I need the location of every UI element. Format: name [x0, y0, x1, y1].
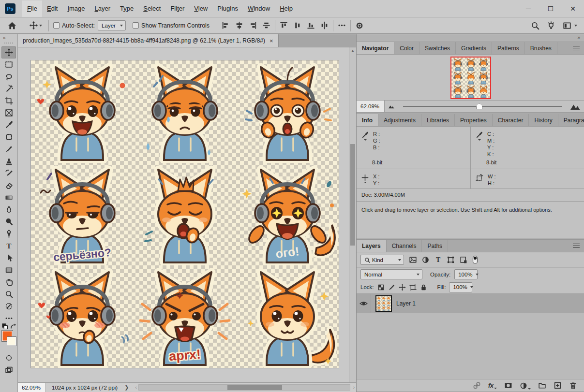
tab-navigator[interactable]: Navigator [357, 42, 394, 54]
link-icon[interactable] [473, 381, 481, 390]
align-right-icon[interactable] [249, 21, 257, 29]
menu-layer[interactable]: Layer [90, 0, 116, 17]
eyedropper-tool[interactable] [1, 119, 16, 131]
tab-properties[interactable]: Properties [455, 114, 493, 126]
dodge-tool[interactable] [1, 216, 16, 228]
type-tool[interactable]: T [1, 240, 16, 252]
blur-tool[interactable] [1, 203, 16, 216]
mask-brush-tool[interactable] [1, 300, 16, 312]
menu-view[interactable]: View [189, 0, 212, 17]
home-button[interactable] [6, 21, 18, 30]
navigator-zoom-field[interactable]: 62.09% [357, 101, 385, 112]
fill-dropdown[interactable]: 100% [449, 282, 472, 292]
filter-image-icon[interactable] [409, 256, 417, 264]
history-brush-tool[interactable] [1, 167, 16, 179]
minimize-button[interactable]: ─ [517, 0, 539, 17]
lasso-tool[interactable] [1, 71, 16, 83]
scroll-up-icon[interactable]: ▲ [349, 47, 356, 54]
brush-tool[interactable] [1, 143, 16, 155]
rectangle-tool[interactable] [1, 264, 16, 276]
chevron-down-icon[interactable] [574, 25, 577, 27]
clone-stamp-tool[interactable] [1, 155, 16, 167]
menu-type[interactable]: Type [115, 0, 138, 17]
lock-artboard-icon[interactable] [409, 284, 417, 291]
vertical-scroll-thumb[interactable] [350, 144, 355, 246]
workspace-icon[interactable] [563, 21, 571, 30]
filter-toggle-switch[interactable] [472, 255, 479, 264]
layer-thumbnail[interactable] [375, 295, 392, 312]
panel-menu-icon[interactable] [569, 243, 584, 249]
zoom-in-mountains-icon[interactable] [570, 103, 581, 110]
zoom-slider-thumb[interactable] [476, 103, 482, 109]
scroll-left-icon[interactable]: ‹ [134, 385, 138, 390]
menu-select[interactable]: Select [138, 0, 165, 17]
canvas[interactable]: серьёзно? [31, 60, 339, 368]
search-icon[interactable] [531, 21, 539, 30]
close-button[interactable]: ✕ [562, 0, 584, 17]
menu-plugins[interactable]: Plugins [212, 0, 243, 17]
navigator-zoom-slider[interactable] [403, 101, 562, 112]
layer-visibility-toggle[interactable] [357, 294, 371, 313]
tab-info[interactable]: Info [357, 114, 378, 126]
tab-adjustments[interactable]: Adjustments [378, 114, 421, 126]
tab-brushes[interactable]: Brushes [525, 42, 557, 54]
filter-shape-icon[interactable] [447, 256, 455, 264]
layer-style-button[interactable]: fx [488, 382, 497, 389]
layer-row-selected[interactable]: Layer 1 [357, 294, 584, 313]
auto-select-target-dropdown[interactable]: Layer [98, 20, 126, 30]
scroll-right-icon[interactable]: › [352, 385, 356, 390]
distribute-horizontal-icon[interactable] [320, 21, 329, 29]
zoom-level-field[interactable]: 62.09% [18, 383, 46, 392]
filter-adjustment-icon[interactable] [421, 256, 430, 264]
horizontal-scroll-thumb[interactable] [227, 385, 282, 390]
swap-colors-icon[interactable] [1, 323, 16, 330]
screen-mode-button[interactable] [1, 364, 16, 376]
background-color-swatch[interactable] [7, 336, 16, 346]
frame-tool[interactable] [1, 107, 16, 119]
horizontal-scrollbar[interactable] [138, 384, 350, 391]
tab-libraries[interactable]: Libraries [421, 114, 455, 126]
lock-position-icon[interactable] [399, 284, 406, 291]
rect-marquee-tool[interactable] [1, 58, 16, 71]
align-top-icon[interactable] [280, 21, 288, 29]
menu-edit[interactable]: Edit [42, 0, 62, 17]
lock-transparency-icon[interactable] [377, 284, 385, 291]
delete-layer-icon[interactable] [569, 381, 577, 390]
lock-pixels-icon[interactable] [388, 284, 395, 291]
align-middle-icon[interactable] [262, 21, 270, 29]
tools-grip-handle[interactable] [4, 43, 13, 44]
show-transform-checkbox[interactable] [133, 22, 139, 29]
align-bottom-icon[interactable] [307, 21, 315, 29]
zoom-tool[interactable] [1, 288, 16, 300]
lock-all-icon[interactable] [420, 284, 427, 291]
tab-gradients[interactable]: Gradients [456, 42, 492, 54]
quick-mask-button[interactable] [1, 352, 16, 364]
group-folder-icon[interactable] [538, 381, 546, 390]
new-layer-icon[interactable] [554, 381, 562, 390]
align-left-icon[interactable] [222, 21, 230, 29]
layer-mask-icon[interactable] [504, 382, 512, 389]
auto-select-checkbox[interactable] [53, 22, 60, 29]
vertical-scrollbar[interactable]: ▲ [349, 47, 356, 382]
maximize-button[interactable]: ☐ [539, 0, 562, 17]
tab-history[interactable]: History [529, 114, 558, 126]
opacity-dropdown[interactable]: 100% [454, 269, 478, 279]
tab-color[interactable]: Color [394, 42, 419, 54]
align-center-horizontal-icon[interactable] [235, 21, 243, 29]
tab-swatches[interactable]: Swatches [419, 42, 456, 54]
tab-layers[interactable]: Layers [357, 240, 387, 252]
menu-filter[interactable]: Filter [165, 0, 189, 17]
move-tool[interactable] [1, 46, 16, 58]
menu-image[interactable]: Image [62, 0, 90, 17]
navigator-thumbnail[interactable] [450, 57, 491, 99]
tab-patterns[interactable]: Patterns [492, 42, 525, 54]
crop-tool[interactable] [1, 95, 16, 107]
distribute-vertical-icon[interactable] [293, 21, 301, 29]
document-tab[interactable]: production_images_535da70d-882f-4415-bb8… [18, 34, 279, 47]
tab-close-icon[interactable]: × [270, 37, 273, 44]
tab-paragraph[interactable]: Paragraph [558, 114, 584, 126]
gear-icon[interactable] [355, 21, 364, 30]
tab-channels[interactable]: Channels [387, 240, 422, 252]
menu-help[interactable]: Help [275, 0, 298, 17]
hand-tool[interactable] [1, 276, 16, 288]
